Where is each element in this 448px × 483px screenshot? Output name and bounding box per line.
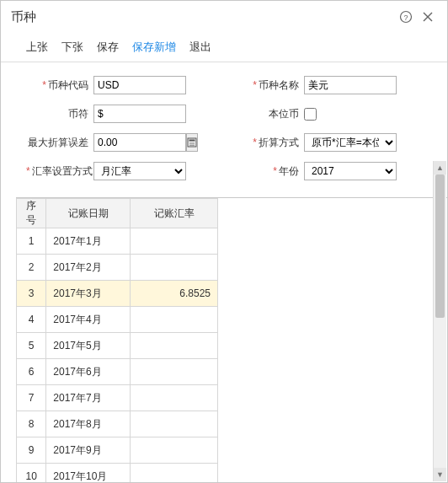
prev-button[interactable]: 上张 xyxy=(26,40,48,55)
table-row[interactable]: 82017年8月 xyxy=(17,411,218,437)
cell-date: 2017年7月 xyxy=(46,385,131,411)
scroll-thumb[interactable] xyxy=(435,174,445,318)
year-select[interactable]: 2017 xyxy=(304,162,397,180)
cell-seq: 4 xyxy=(17,307,46,333)
table-wrap: 序号 记账日期 记账汇率 12017年1月22017年2月32017年3月6.8… xyxy=(16,197,447,482)
cell-seq: 9 xyxy=(17,437,46,464)
name-input[interactable] xyxy=(304,76,397,94)
cell-date: 2017年3月 xyxy=(46,281,131,307)
ratemode-label: *汇率设置方式 xyxy=(26,164,93,179)
cell-date: 2017年6月 xyxy=(46,359,131,385)
cell-seq: 3 xyxy=(17,281,46,307)
col-date-header[interactable]: 记账日期 xyxy=(46,199,131,228)
table-row[interactable]: 22017年2月 xyxy=(17,255,218,281)
table-row[interactable]: 92017年9月 xyxy=(17,437,218,464)
cell-date: 2017年1月 xyxy=(46,228,131,255)
table-row[interactable]: 12017年1月 xyxy=(17,228,218,255)
table-row[interactable]: 62017年6月 xyxy=(17,359,218,385)
cell-date: 2017年4月 xyxy=(46,307,131,333)
cell-date: 2017年9月 xyxy=(46,437,131,464)
scroll-down-icon[interactable]: ▼ xyxy=(434,468,446,481)
base-checkbox[interactable] xyxy=(304,108,317,121)
cell-seq: 2 xyxy=(17,255,46,281)
cell-seq: 8 xyxy=(17,411,46,437)
cell-rate[interactable] xyxy=(131,464,218,483)
cell-date: 2017年10月 xyxy=(46,464,131,483)
cell-seq: 1 xyxy=(17,228,46,255)
ratemode-select[interactable]: 月汇率 xyxy=(93,162,186,180)
cell-rate[interactable] xyxy=(131,385,218,411)
table-row[interactable]: 72017年7月 xyxy=(17,385,218,411)
svg-point-6 xyxy=(189,142,190,143)
form-col-right: *币种名称 本位币 *折算方式 原币*汇率=本位币 *年份 2017 xyxy=(237,74,422,189)
name-label: *币种名称 xyxy=(237,78,304,93)
convert-select[interactable]: 原币*汇率=本位币 xyxy=(304,133,397,152)
next-button[interactable]: 下张 xyxy=(61,40,83,55)
save-new-button[interactable]: 保存新增 xyxy=(132,40,176,55)
toolbar: 上张 下张 保存 保存新增 退出 xyxy=(1,31,447,62)
form-area: *币种代码 币符 最大折算误差 *汇率 xyxy=(1,62,447,197)
svg-text:?: ? xyxy=(403,13,408,22)
cell-seq: 5 xyxy=(17,333,46,359)
close-icon[interactable] xyxy=(419,8,437,26)
svg-rect-5 xyxy=(189,140,195,142)
cell-date: 2017年2月 xyxy=(46,255,131,281)
rate-table: 序号 记账日期 记账汇率 12017年1月22017年2月32017年3月6.8… xyxy=(16,198,218,482)
col-seq-header[interactable]: 序号 xyxy=(17,199,46,228)
symbol-label: 币符 xyxy=(26,107,93,121)
svg-point-9 xyxy=(189,145,190,146)
vertical-scrollbar[interactable]: ▲ ▼ xyxy=(433,161,446,481)
svg-point-7 xyxy=(191,142,192,143)
scroll-up-icon[interactable]: ▲ xyxy=(434,161,446,174)
cell-rate[interactable] xyxy=(131,255,218,281)
title-bar: 币种 ? xyxy=(1,1,447,31)
cell-rate[interactable] xyxy=(131,228,218,255)
cell-rate[interactable] xyxy=(131,307,218,333)
currency-dialog: 币种 ? 上张 下张 保存 保存新增 退出 *币种代码 币符 最大折算误差 xyxy=(0,0,448,483)
cell-rate[interactable]: 6.8525 xyxy=(131,281,218,307)
year-label: *年份 xyxy=(237,164,304,179)
svg-point-10 xyxy=(191,145,192,146)
symbol-input[interactable] xyxy=(93,105,186,123)
svg-point-8 xyxy=(193,142,194,143)
table-row[interactable]: 42017年4月 xyxy=(17,307,218,333)
cell-seq: 10 xyxy=(17,464,46,483)
maxdiff-input[interactable] xyxy=(93,133,186,152)
scroll-track[interactable] xyxy=(434,174,446,468)
cell-seq: 7 xyxy=(17,385,46,411)
cell-seq: 6 xyxy=(17,359,46,385)
exit-button[interactable]: 退出 xyxy=(189,40,211,55)
cell-rate[interactable] xyxy=(131,359,218,385)
svg-point-11 xyxy=(193,145,194,146)
base-label: 本位币 xyxy=(237,107,304,121)
form-col-left: *币种代码 币符 最大折算误差 *汇率 xyxy=(26,74,211,189)
maxdiff-label: 最大折算误差 xyxy=(26,136,93,150)
help-icon[interactable]: ? xyxy=(397,8,415,26)
save-button[interactable]: 保存 xyxy=(97,40,119,55)
table-row[interactable]: 32017年3月6.8525 xyxy=(17,281,218,307)
cell-rate[interactable] xyxy=(131,411,218,437)
convert-label: *折算方式 xyxy=(237,136,304,150)
dialog-title: 币种 xyxy=(11,9,36,25)
col-rate-header[interactable]: 记账汇率 xyxy=(131,199,218,228)
cell-date: 2017年5月 xyxy=(46,333,131,359)
cell-rate[interactable] xyxy=(131,333,218,359)
table-row[interactable]: 102017年10月 xyxy=(17,464,218,483)
table-row[interactable]: 52017年5月 xyxy=(17,333,218,359)
cell-date: 2017年8月 xyxy=(46,411,131,437)
calculator-icon[interactable] xyxy=(186,133,198,152)
code-input[interactable] xyxy=(93,76,186,94)
cell-rate[interactable] xyxy=(131,437,218,464)
code-label: *币种代码 xyxy=(26,78,93,93)
